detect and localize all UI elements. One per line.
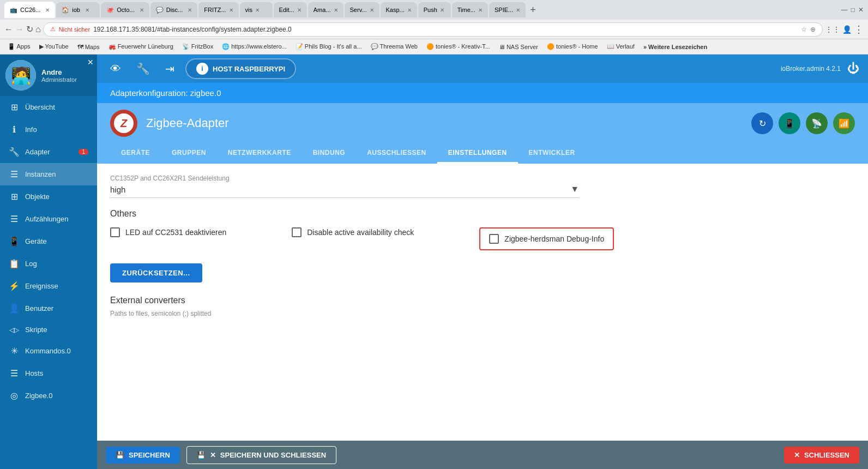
tab-item10[interactable]: Push ✕ [418, 2, 451, 17]
sidebar-item-overview[interactable]: ⊞ Übersicht [0, 96, 97, 118]
checkbox-debug[interactable]: Zigbee-herdsman Debug-Info [479, 227, 614, 250]
tab-close13[interactable]: ✕ [516, 7, 520, 13]
bookmark-phils[interactable]: 📝 Phils Blog - It's all a... [292, 42, 365, 51]
tab-item9[interactable]: Kasp... ✕ [381, 2, 417, 17]
tab-title12: Time... [457, 7, 475, 13]
tab-close12[interactable]: ✕ [478, 7, 483, 13]
save-button[interactable]: 💾 SPEICHERN [106, 447, 180, 464]
tab-close8[interactable]: ✕ [334, 7, 338, 13]
tab-close[interactable]: ✕ [45, 7, 50, 13]
dropdown-row[interactable]: high ▼ [110, 184, 579, 198]
reset-button[interactable]: ZURÜCKSETZEN... [110, 263, 202, 282]
podcast-button[interactable]: 📡 [806, 112, 828, 134]
bookmark-youtube[interactable]: ▶ YouTube [36, 42, 72, 51]
tab-item5[interactable]: vis ✕ [240, 2, 273, 17]
tab-item7[interactable]: Ama... ✕ [308, 2, 343, 17]
bookmark-fritzbox[interactable]: 📡 FritzBox [179, 42, 216, 51]
tab-close6[interactable]: ✕ [255, 7, 260, 13]
extensions-button[interactable]: ⋮⋮ [825, 25, 840, 34]
tab-close3[interactable]: ✕ [140, 7, 144, 13]
tab-item11[interactable]: Time... ✕ [452, 2, 488, 17]
sidebar-item-kommandos[interactable]: ✳ Kommandos.0 [0, 340, 97, 362]
new-tab-button[interactable]: + [527, 4, 539, 16]
bookmark-elstero[interactable]: 🌐 https://www.elstero... [219, 42, 290, 51]
tab-close4[interactable]: ✕ [188, 7, 192, 13]
host-pill[interactable]: i HOST RASPBERRYPI [185, 58, 296, 79]
tab-item3[interactable]: 💬 Disc... ✕ [150, 2, 198, 17]
forward-button[interactable]: → [15, 25, 24, 34]
tab-close7[interactable]: ✕ [297, 7, 302, 13]
tab-close5[interactable]: ✕ [229, 7, 233, 13]
bookmark-feuerwehr[interactable]: 🚒 Feuerwehr Lüneburg [105, 42, 177, 51]
sidebar-item-log[interactable]: 📋 Log [0, 252, 97, 275]
tab-ausschliessen[interactable]: AUSSCHLIESSEN [356, 143, 437, 164]
sidebar-item-objekte[interactable]: ⊞ Objekte [0, 185, 97, 208]
tab-close11[interactable]: ✕ [440, 7, 444, 13]
address-bar[interactable]: ⚠ Nicht sicher 192.168.171.35:8081/#tab-… [43, 22, 823, 37]
settings-button[interactable]: 🔧 [132, 60, 154, 77]
save-close-button[interactable]: 💾 ✕ SPEICHERN UND SCHLIESSEN [186, 446, 336, 464]
logout-button[interactable]: ⇥ [161, 60, 179, 77]
tab-title13: SPIE... [495, 7, 513, 13]
tab-geraete[interactable]: GERÄTE [110, 143, 161, 164]
extension-icon[interactable]: ⊕ [810, 26, 816, 33]
tab-item8[interactable]: Serv... ✕ [345, 2, 379, 17]
bookmark-tonies2[interactable]: 🟠 tonies® - Home [544, 42, 601, 51]
tab-item6[interactable]: Edit... ✕ [274, 2, 307, 17]
bookmark-nas[interactable]: 🖥 NAS Server [496, 43, 541, 51]
tab-title2: iob [72, 7, 80, 13]
tab-title: CC26... [20, 7, 40, 13]
bookmark-apps[interactable]: 📱 Apps [4, 42, 34, 51]
tab-title9: Serv... [350, 7, 367, 13]
profile-button[interactable]: 👤 [842, 25, 852, 34]
tab-bindung[interactable]: BINDUNG [302, 143, 357, 164]
bookmark-maps[interactable]: 🗺 Maps [74, 43, 103, 51]
save-close-x-icon: ✕ [210, 451, 216, 459]
close-button[interactable]: ✕ SCHLIESSEN [784, 447, 859, 464]
tab-item12[interactable]: SPIE... ✕ [489, 2, 526, 17]
tab-close10[interactable]: ✕ [407, 7, 412, 13]
sidebar-item-info[interactable]: ℹ Info [0, 118, 97, 141]
wifi-button[interactable]: 📶 [833, 112, 855, 134]
sidebar-item-geraete[interactable]: 📱 Geräte [0, 230, 97, 252]
mobile-view-button[interactable]: 📱 [779, 112, 800, 134]
tab-item4[interactable]: FRITZ... ✕ [198, 2, 238, 17]
devices-icon: 📱 [9, 236, 20, 246]
tab-gruppen[interactable]: GRUPPEN [161, 143, 217, 164]
bookmark-more[interactable]: » Weitere Lesezeichen [640, 43, 710, 51]
sidebar-item-hosts[interactable]: ☰ Hosts [0, 362, 97, 384]
checkbox-debug-box[interactable] [489, 234, 499, 244]
home-button[interactable]: ⌂ [35, 25, 41, 34]
menu-button[interactable]: ⋮ [854, 23, 864, 35]
checkbox-availability-box[interactable] [292, 227, 302, 237]
sidebar-item-zigbee[interactable]: ◎ Zigbee.0 [0, 384, 97, 407]
tab-title10: Kasp... [386, 7, 405, 13]
tab-close9[interactable]: ✕ [370, 7, 374, 13]
tab-active[interactable]: 📺 CC26... ✕ [4, 2, 55, 18]
sidebar-item-aufzaehlungen[interactable]: ☰ Aufzählungen [0, 208, 97, 230]
bookmark-threema[interactable]: 💬 Threema Web [367, 42, 421, 51]
sidebar-item-adapter[interactable]: 🔧 Adapter 1 [0, 141, 97, 163]
visibility-button[interactable]: 👁 [106, 61, 125, 77]
checkbox-led[interactable]: LED auf CC2531 deaktivieren [110, 227, 226, 237]
back-button[interactable]: ← [4, 25, 13, 34]
sidebar-item-benutzer[interactable]: 👤 Benutzer [0, 297, 97, 320]
tab-netzwerkkarte[interactable]: NETZWERKKARTE [217, 143, 302, 164]
star-icon[interactable]: ☆ [801, 26, 807, 33]
tab-title5: FRITZ... [204, 7, 226, 13]
tab-item2[interactable]: 🐙 Octo... ✕ [101, 2, 149, 17]
tab-close2[interactable]: ✕ [85, 7, 89, 13]
tab-einstellungen[interactable]: EINSTELLUNGEN [437, 143, 518, 164]
sidebar-close-button[interactable]: ✕ [87, 58, 94, 67]
bookmark-tonies1[interactable]: 🟠 tonies® - Kreativ-T... [423, 42, 493, 51]
checkbox-led-box[interactable] [110, 227, 120, 237]
refresh-button[interactable]: ↻ [26, 24, 33, 34]
bookmark-verlauf[interactable]: 📖 Verlauf [604, 42, 638, 51]
sidebar-item-ereignisse[interactable]: ⚡ Ereignisse [0, 275, 97, 297]
sidebar-item-instanzen[interactable]: ☰ Instanzen [0, 163, 97, 185]
refresh-adapter-button[interactable]: ↻ [751, 112, 773, 134]
tab-entwickler[interactable]: ENTWICKLER [518, 143, 586, 164]
sidebar-item-skripte[interactable]: ◁▷ Skripte [0, 320, 97, 340]
checkbox-availability[interactable]: Disable active availability check [292, 227, 414, 237]
tab-item[interactable]: 🏠 iob ✕ [56, 2, 100, 17]
